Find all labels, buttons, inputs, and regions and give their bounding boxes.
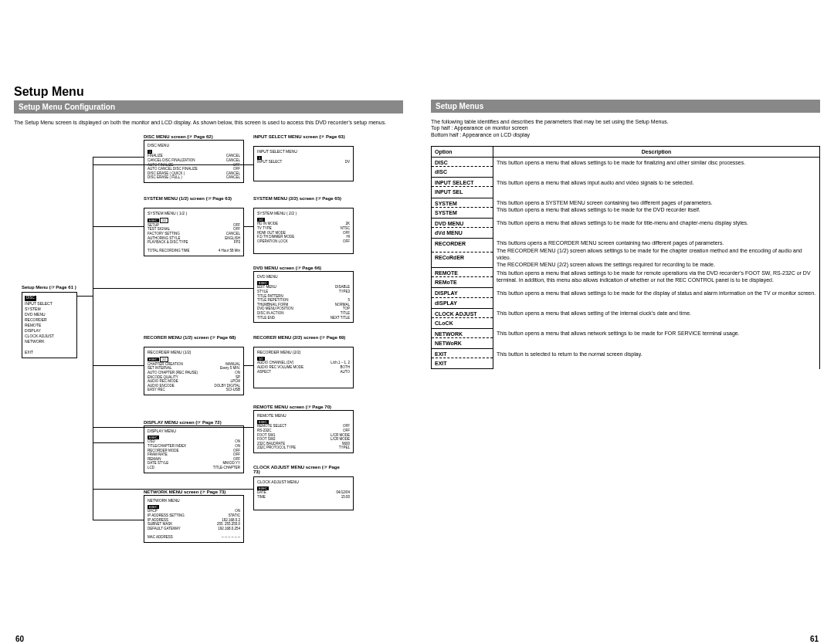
disc-box: DISC MENU 1 FINALIZECANCEL CANCEL DISC F… (144, 140, 244, 183)
right-intro: The following table identifies and descr… (431, 119, 820, 138)
option-lcd: EXIT (432, 358, 493, 369)
root-item: REMOTE (25, 323, 41, 327)
sys1-label: SYSTEM MENU (1/2) screen (☞ Page 63) (144, 195, 236, 201)
clock-label: CLOCK ADJUST MENU screen (☞ Page 73) (253, 464, 346, 474)
option-monitor: NETWORK (432, 328, 493, 337)
options-table: Option Description DISCThis button opens… (431, 146, 820, 369)
input-box: INPUT SELECT MENU 1 INPUT SELECTDV (253, 146, 354, 181)
sys2-box: SYSTEM MENU ( 2/2 ) 1/2 HD IN MODE2K TV … (253, 208, 354, 254)
remote-label: REMOTE MENU screen (☞ Page 70) (253, 404, 331, 409)
clock-box: CLOCK ADJUST MENU EXEC DATE04/12/04 TIME… (253, 476, 354, 510)
remote-box: REMOTE MENU EXEC REMOTE SELECTOFF RS-232… (253, 410, 354, 453)
setup-diagram: Setup Menu (☞ Page 61 ) DISC INPUT SELEC… (14, 134, 403, 581)
root-item: RECORDER (25, 317, 47, 322)
box-title: DVD MENU (257, 274, 350, 279)
root-item: INPUT SELECT (25, 301, 53, 306)
option-description: This button opens a menu that allows set… (493, 308, 820, 328)
network-label: NETWORK MENU screen (☞ Page 73) (144, 489, 225, 494)
root-box: DISC INPUT SELECT SYSTEM DVD MENU RECORD… (22, 292, 77, 358)
box-title: RECORDER MENU (2/2) (257, 350, 350, 354)
option-lcd: NETWoRK (432, 337, 493, 348)
option-monitor: DVD MENU (432, 218, 493, 227)
option-lcd: dISC (432, 167, 493, 178)
option-description: This button opens a menu that allows set… (493, 158, 820, 178)
option-monitor: REMOTE (432, 268, 493, 277)
display-box: DISPLAY MENU EXEC OSDON TITLE/CHAPTER IN… (144, 425, 244, 473)
dvd-box: DVD MENU EXEC EDIT MENUDISABLE STYLETYPE… (253, 271, 354, 323)
right-page: Setup Menus The following table identifi… (417, 85, 834, 581)
option-lcd: INPUT SEL (432, 187, 493, 198)
option-lcd: RECoRdER (432, 252, 493, 268)
option-lcd: CLoCK (432, 317, 493, 328)
box-title: SYSTEM MENU ( 2/2 ) (257, 211, 350, 215)
option-monitor: INPUT SELECT (432, 178, 493, 187)
box-title: RECORDER MENU (1/2) (147, 350, 240, 354)
option-description: This button opens a menu that allows set… (493, 268, 820, 288)
box-title: DISC MENU (147, 143, 240, 147)
option-description: This button opens a SYSTEM MENU screen c… (493, 198, 820, 218)
disc-label: DISC MENU screen (☞ Page 62) (144, 134, 213, 139)
left-intro: The Setup Menu screen is displayed on bo… (14, 120, 403, 126)
page-spread: Setup Menu Setup Menu Configuration The … (0, 0, 834, 581)
option-monitor: EXIT (432, 349, 493, 358)
box-title: SYSTEM MENU ( 1/2 ) (147, 211, 240, 215)
rec1-label: RECORER MENU (1/2) screen (☞ Page 68) (144, 334, 236, 340)
option-description: This buttons opens a RECORDER MENU scree… (493, 238, 820, 267)
option-monitor: RECORDER (432, 238, 493, 252)
root-item: EXIT (25, 350, 33, 354)
option-lcd: dVd MENU (432, 227, 493, 238)
rec2-box: RECORDER MENU (2/2) 1/2 AUDIO CHANNEL (D… (253, 347, 354, 388)
option-description: This button opens a menu that allows inp… (493, 178, 820, 198)
box-title: DISPLAY MENU (147, 429, 240, 433)
option-monitor: CLOCK ADJUST (432, 308, 493, 317)
option-description: This button opens a menu that allows set… (493, 288, 820, 308)
option-description: This button opens a menu that allows set… (493, 218, 820, 238)
page-num-right: 61 (810, 635, 819, 643)
sys1-box: SYSTEM MENU ( 1/2 ) EXEC2/2 SETUPOFF TES… (144, 208, 244, 256)
network-box: NETWORK MENU EXEC DHCPON IP ADDRESS SETT… (144, 495, 244, 542)
option-monitor: SYSTEM (432, 198, 493, 207)
root-item: DISPLAY (25, 328, 41, 333)
dvd-label: DVD MENU screen (☞ Page 66) (253, 265, 321, 270)
display-label: DISPLAY MENU screen (☞ Page 72) (144, 419, 222, 425)
th-option: Option (432, 147, 493, 158)
root-item: CLOCK ADJUST (25, 334, 54, 338)
option-description: This button opens a menu that allows net… (493, 328, 820, 348)
input-label: INPUT SELECT MENU screen (☞ Page 63) (253, 134, 346, 139)
right-subhead: Setup Menus (431, 100, 820, 113)
th-description: Description (493, 147, 820, 158)
root-item: SYSTEM (25, 307, 41, 311)
option-lcd: SYSTEM (432, 207, 493, 218)
main-title: Setup Menu (14, 85, 403, 99)
option-monitor: DISPLAY (432, 288, 493, 297)
left-subhead: Setup Menu Configuration (14, 100, 403, 114)
left-page: Setup Menu Setup Menu Configuration The … (0, 85, 417, 581)
sys2-label: SYSTEM MENU (2/2) screen (☞ Page 65) (253, 195, 346, 201)
option-description: This button is selected to return to the… (493, 349, 820, 369)
option-lcd: REMoTE (432, 277, 493, 288)
rec2-label: RECORER MENU (2/2) screen (☞ Page 69) (253, 334, 346, 340)
box-title: REMOTE MENU (257, 413, 350, 418)
root-item: DVD MENU (25, 312, 46, 317)
root-item: NETWORK (25, 339, 45, 344)
box-title: INPUT SELECT MENU (257, 149, 350, 154)
option-lcd: dISPLAY (432, 297, 493, 308)
page-num-left: 60 (15, 635, 24, 643)
root-label: Setup Menu (☞ Page 61 ) (22, 284, 76, 290)
option-monitor: DISC (432, 158, 493, 167)
box-title: CLOCK ADJUST MENU (257, 480, 350, 484)
box-title: NETWORK MENU (147, 498, 240, 503)
rec1-box: RECORDER MENU (1/2) EXEC2/2 CHAPTER CREA… (144, 347, 244, 395)
